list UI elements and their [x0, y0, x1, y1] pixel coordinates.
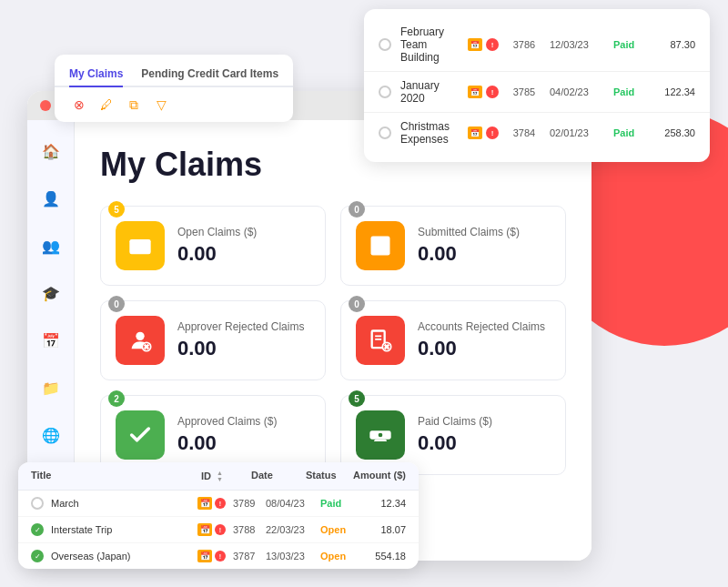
approved-claims-icon [116, 410, 165, 460]
tab-actions-bar: ⊗ 🖊 ⧉ ▽ [55, 87, 293, 122]
approved-claims-value: 0.00 [177, 431, 310, 455]
row-id: 3786 [508, 39, 541, 50]
table-row: ✓ Interstate Trip 📅 ! 3788 22/03/23 Open… [18, 517, 419, 543]
paid-claims-info: Paid Claims ($) 0.00 [418, 415, 551, 455]
accounts-rejected-info: Accounts Rejected Claims 0.00 [418, 320, 551, 360]
row-status: Paid [613, 127, 646, 138]
row-checkbox-checked[interactable]: ✓ [31, 523, 44, 536]
row-status: Paid [613, 86, 646, 97]
filter-icon[interactable]: ▽ [151, 95, 171, 115]
tab-pending-credit[interactable]: Pending Credit Card Items [141, 62, 278, 87]
edit-icon[interactable]: 🖊 [96, 95, 116, 115]
accounts-rejected-icon [356, 316, 405, 365]
window-close-dot[interactable] [40, 100, 51, 111]
alert-icon: ! [486, 127, 499, 139]
row-icons: 📅 ! [468, 127, 499, 139]
tab-panel: My Claims Pending Credit Card Items ⊗ 🖊 … [55, 55, 293, 122]
row-icons: 📅 ! [468, 86, 499, 98]
row-icons: 📅 ! [197, 550, 226, 562]
top-claims-card: February Team Building 📅 ! 3786 12/03/23… [364, 9, 710, 162]
row-date: 02/01/23 [550, 127, 604, 138]
row-date: 12/03/23 [550, 39, 604, 50]
row-title: Christmas Expenses [400, 120, 459, 146]
open-claims-value: 0.00 [177, 242, 310, 266]
row-id: 3789 [233, 498, 266, 509]
submitted-claims-label: Submitted Claims ($) [418, 226, 551, 238]
stat-badge-open: 5 [108, 201, 125, 218]
calendar-icon: 📅 [197, 523, 212, 536]
row-checkbox[interactable] [379, 127, 391, 139]
row-amount: 18.07 [366, 524, 406, 535]
sidebar-item-globe[interactable]: 🌐 [38, 422, 64, 448]
col-header-title: Title [31, 470, 201, 482]
col-header-amount: Amount ($) [351, 470, 406, 482]
close-circle-icon[interactable]: ⊗ [69, 95, 89, 115]
table-header: Title ID ▲▼ Date Status Amount ($) [18, 462, 419, 491]
accounts-rejected-label: Accounts Rejected Claims [418, 320, 551, 333]
svg-point-4 [136, 332, 144, 340]
table-row: March 📅 ! 3789 08/04/23 Paid 12.34 [18, 491, 419, 517]
approver-rejected-value: 0.00 [177, 337, 310, 360]
stat-badge-accounts-rejected: 0 [349, 296, 365, 312]
row-status: Paid [320, 498, 366, 509]
approved-claims-label: Approved Claims ($) [177, 415, 310, 428]
submitted-claims-icon [356, 221, 405, 270]
row-title: Interstate Trip [51, 524, 197, 535]
row-checkbox[interactable] [379, 38, 391, 51]
sidebar-item-education[interactable]: 🎓 [38, 280, 64, 306]
bottom-table-card: Title ID ▲▼ Date Status Amount ($) March… [18, 462, 419, 569]
paid-claims-label: Paid Claims ($) [418, 415, 551, 428]
sidebar-item-home[interactable]: 🏠 [38, 138, 64, 164]
sidebar-item-profile[interactable]: 👤 [38, 186, 64, 211]
row-amount: 122.34 [655, 86, 695, 97]
row-icons: 📅 ! [468, 38, 499, 51]
submitted-claims-value: 0.00 [418, 242, 551, 266]
table-row: Christmas Expenses 📅 ! 3784 02/01/23 Pai… [364, 113, 710, 153]
calendar-icon: 📅 [197, 497, 212, 510]
svg-rect-0 [129, 239, 150, 254]
stat-card-accounts-rejected: 0 Accounts Rejected Claims [340, 300, 566, 380]
row-id: 3788 [233, 524, 266, 535]
stat-badge-submitted: 0 [349, 201, 365, 218]
calendar-icon: 📅 [468, 86, 482, 98]
tab-bar: My Claims Pending Credit Card Items [55, 55, 293, 87]
row-status: Paid [613, 39, 646, 50]
stat-card-submitted-claims: 0 Submitted Claims ($) 0.00 [340, 206, 566, 286]
row-title: Overseas (Japan) [51, 551, 197, 562]
sort-icon[interactable]: ▲▼ [217, 470, 223, 482]
accounts-rejected-value: 0.00 [418, 337, 551, 360]
calendar-icon: 📅 [468, 127, 482, 139]
row-checkbox[interactable] [379, 86, 391, 98]
col-header-date: Date [251, 470, 306, 482]
row-checkbox[interactable] [31, 497, 44, 510]
row-checkbox-checked[interactable]: ✓ [31, 550, 44, 562]
calendar-icon: 📅 [197, 550, 212, 562]
row-title: March [51, 498, 197, 509]
row-title: January 2020 [400, 79, 459, 105]
stat-card-open-claims: 5 Open Claims ($) 0.00 [100, 206, 326, 286]
row-id: 3785 [508, 86, 541, 97]
calendar-icon: 📅 [468, 38, 482, 51]
row-id: 3784 [508, 127, 541, 138]
sidebar-item-folder[interactable]: 📁 [38, 375, 64, 400]
table-row: January 2020 📅 ! 3785 04/02/23 Paid 122.… [364, 72, 710, 113]
row-title: February Team Building [400, 25, 459, 64]
row-date: 08/04/23 [266, 498, 320, 509]
col-header-id: ID ▲▼ [201, 470, 251, 482]
alert-icon: ! [215, 551, 226, 562]
row-amount: 87.30 [655, 39, 695, 50]
alert-icon: ! [486, 38, 499, 51]
approver-rejected-info: Approver Rejected Claims 0.00 [177, 320, 310, 360]
alert-icon: ! [215, 524, 226, 535]
sidebar-item-calendar[interactable]: 📅 [38, 328, 64, 353]
sidebar-item-users[interactable]: 👥 [38, 233, 64, 258]
approved-claims-info: Approved Claims ($) 0.00 [177, 415, 310, 455]
stat-badge-paid: 5 [349, 390, 365, 407]
row-date: 22/03/23 [266, 524, 320, 535]
paid-claims-value: 0.00 [418, 431, 551, 455]
stats-grid: 5 Open Claims ($) 0.00 0 [100, 206, 566, 475]
tab-my-claims[interactable]: My Claims [69, 62, 123, 87]
open-claims-icon [116, 221, 165, 270]
copy-icon[interactable]: ⧉ [124, 95, 144, 115]
open-claims-info: Open Claims ($) 0.00 [177, 226, 310, 266]
